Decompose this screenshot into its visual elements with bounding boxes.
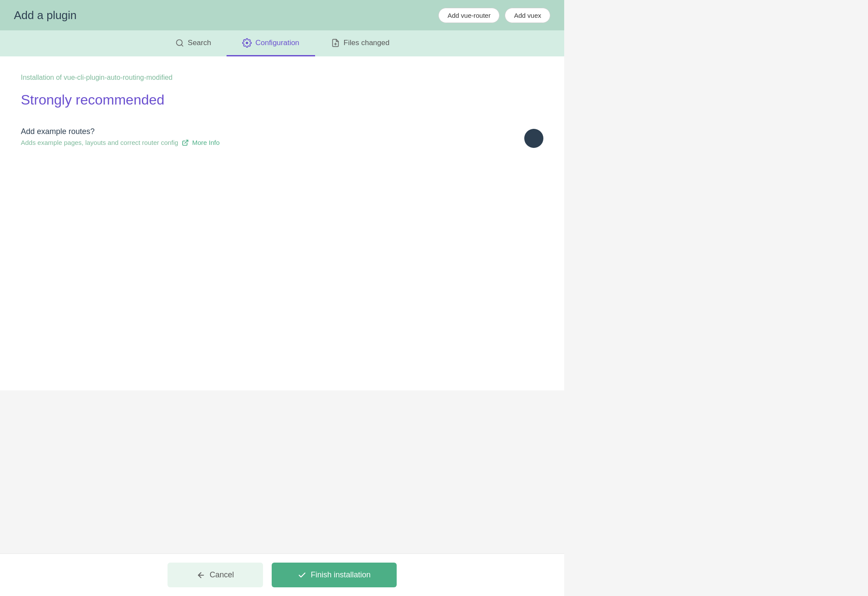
gear-icon [242, 38, 252, 48]
option-description: Adds example pages, layouts and correct … [21, 139, 220, 146]
files-changed-icon [331, 38, 340, 48]
add-vue-router-button[interactable]: Add vue-router [438, 8, 500, 23]
option-row-add-example-routes: Add example routes? Adds example pages, … [21, 120, 543, 155]
option-label: Add example routes? [21, 127, 220, 136]
tab-configuration[interactable]: Configuration [227, 30, 315, 56]
tab-configuration-label: Configuration [255, 39, 299, 47]
option-desc-text: Adds example pages, layouts and correct … [21, 139, 178, 146]
more-info-link[interactable]: More Info [192, 139, 220, 146]
installation-label: Installation of vue-cli-plugin-auto-rout… [21, 74, 543, 82]
tab-files-changed[interactable]: Files changed [315, 30, 405, 56]
app-container: Add a plugin Add vue-router Add vuex Sea… [0, 0, 564, 390]
svg-line-1 [181, 44, 183, 46]
svg-line-4 [184, 140, 187, 143]
option-text-block: Add example routes? Adds example pages, … [21, 127, 220, 146]
header: Add a plugin Add vue-router Add vuex [0, 0, 564, 30]
external-link-icon [182, 139, 189, 146]
main-content: Installation of vue-cli-plugin-auto-rout… [0, 56, 564, 390]
tab-search-label: Search [188, 39, 211, 47]
toggle-add-example-routes[interactable] [524, 129, 543, 148]
tabs-bar: Search Configuration Files changed [0, 30, 564, 56]
page-title: Add a plugin [14, 9, 77, 22]
add-vuex-button[interactable]: Add vuex [505, 8, 550, 23]
toggle-container[interactable] [524, 129, 543, 148]
section-title: Strongly recommended [21, 92, 543, 108]
tab-files-changed-label: Files changed [344, 39, 390, 47]
header-actions: Add vue-router Add vuex [438, 8, 550, 23]
search-icon [175, 38, 184, 48]
tab-search[interactable]: Search [159, 30, 227, 56]
